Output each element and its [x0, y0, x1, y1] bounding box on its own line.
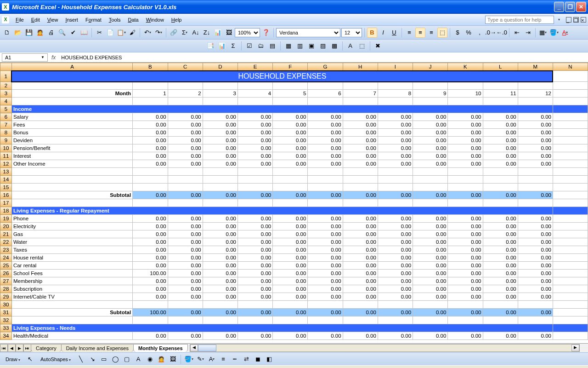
- living1-header[interactable]: Living Expenses - Regular Repayment: [11, 207, 553, 215]
- merge-center-icon[interactable]: ⬚: [437, 28, 447, 38]
- worksheet-area[interactable]: ABCDEFGHIJKLMN1HOUSEHOLD EXPENSES23Month…: [0, 63, 588, 343]
- font-color-icon[interactable]: A: [560, 28, 570, 38]
- row-header-6[interactable]: 6: [0, 113, 12, 121]
- autosum-icon[interactable]: Σ: [180, 28, 190, 38]
- font-color-draw-icon[interactable]: A: [207, 354, 217, 364]
- row-header-2[interactable]: 2: [0, 82, 12, 90]
- spellcheck-icon[interactable]: ✔: [68, 28, 78, 38]
- increase-indent-icon[interactable]: ⇥: [523, 28, 533, 38]
- textbox-icon[interactable]: ▢: [122, 354, 132, 364]
- row-header-29[interactable]: 29: [0, 293, 12, 301]
- list-icon-3[interactable]: Σ: [228, 41, 238, 51]
- list-icon-6[interactable]: ▤: [267, 41, 277, 51]
- list-icon-12[interactable]: A: [345, 41, 356, 51]
- help-icon[interactable]: ❓: [261, 28, 271, 38]
- open-icon[interactable]: 📂: [13, 28, 23, 38]
- living1-row-label[interactable]: Car rental: [11, 262, 132, 270]
- col-header-A[interactable]: A: [11, 63, 132, 71]
- save-icon[interactable]: 💾: [24, 28, 34, 38]
- format-painter-icon[interactable]: 🖌: [127, 28, 137, 38]
- tab-daily[interactable]: Daily Income and Expenses: [61, 344, 134, 352]
- month-cell[interactable]: 10: [448, 90, 483, 98]
- row-header-34[interactable]: 34: [0, 332, 12, 340]
- fill-color-draw-icon[interactable]: 🪣: [184, 354, 194, 364]
- tab-last-icon[interactable]: ⏭: [23, 344, 31, 352]
- decrease-indent-icon[interactable]: ⇤: [512, 28, 522, 38]
- help-search[interactable]: [485, 16, 554, 24]
- row-header-27[interactable]: 27: [0, 277, 12, 285]
- col-header-M[interactable]: M: [518, 63, 553, 71]
- row-header-33[interactable]: 33: [0, 324, 12, 332]
- tab-next-icon[interactable]: ▶: [16, 344, 23, 352]
- col-header-E[interactable]: E: [237, 63, 272, 71]
- dash-style-icon[interactable]: ┅: [230, 354, 240, 364]
- income-row-label[interactable]: Other Income: [11, 160, 132, 168]
- list-icon-14[interactable]: ✖: [373, 41, 383, 51]
- italic-icon[interactable]: I: [378, 28, 388, 38]
- row-header-21[interactable]: 21: [0, 230, 12, 238]
- menu-data[interactable]: Data: [124, 16, 142, 24]
- col-header-L[interactable]: L: [483, 63, 518, 71]
- col-header-H[interactable]: H: [343, 63, 378, 71]
- diagram-icon[interactable]: ◉: [145, 354, 155, 364]
- percent-icon[interactable]: %: [464, 28, 474, 38]
- line-icon[interactable]: ╲: [76, 354, 86, 364]
- copy-icon[interactable]: 📄: [105, 28, 115, 38]
- rectangle-icon[interactable]: ▭: [99, 354, 109, 364]
- doc-restore-button[interactable]: ❐: [573, 17, 579, 23]
- col-header-F[interactable]: F: [273, 63, 308, 71]
- month-cell[interactable]: 9: [413, 90, 448, 98]
- tab-category[interactable]: Category: [31, 344, 62, 352]
- living1-row-label[interactable]: Gas: [11, 230, 132, 238]
- row-header-30[interactable]: 30: [0, 301, 12, 309]
- row-header-12[interactable]: 12: [0, 160, 12, 168]
- decrease-decimal-icon[interactable]: ←.0: [497, 28, 507, 38]
- list-icon-1[interactable]: 📑: [205, 41, 215, 51]
- tab-first-icon[interactable]: ⏮: [0, 344, 8, 352]
- menu-help[interactable]: Help: [168, 16, 186, 24]
- tab-prev-icon[interactable]: ◀: [8, 344, 16, 352]
- row-header-10[interactable]: 10: [0, 144, 12, 152]
- income-header[interactable]: Income: [11, 105, 553, 113]
- sort-asc-icon[interactable]: A↓: [191, 28, 201, 38]
- zoom-select[interactable]: 100%: [235, 28, 260, 37]
- month-cell[interactable]: 3: [203, 90, 237, 98]
- arrow-icon[interactable]: ↘: [87, 354, 97, 364]
- row-header-11[interactable]: 11: [0, 152, 12, 160]
- row-header-26[interactable]: 26: [0, 270, 12, 277]
- row-header-3[interactable]: 3: [0, 90, 12, 98]
- income-row-label[interactable]: Bonus: [11, 129, 132, 137]
- income-row-label[interactable]: Salary: [11, 113, 132, 121]
- living1-row-label[interactable]: Internet/Cable TV: [11, 293, 132, 301]
- comma-icon[interactable]: ,: [475, 28, 485, 38]
- align-right-icon[interactable]: ≡: [426, 28, 436, 38]
- list-icon-2[interactable]: 📊: [217, 41, 227, 51]
- row-header-25[interactable]: 25: [0, 262, 12, 270]
- row-header-19[interactable]: 19: [0, 215, 12, 223]
- borders-icon[interactable]: ▦: [538, 28, 548, 38]
- name-box[interactable]: A1▼: [2, 53, 48, 62]
- bold-icon[interactable]: B: [367, 28, 377, 38]
- undo-icon[interactable]: ↶: [142, 28, 153, 38]
- month-cell[interactable]: 5: [273, 90, 308, 98]
- row-header-4[interactable]: 4: [0, 98, 12, 105]
- row-header-7[interactable]: 7: [0, 121, 12, 129]
- select-objects-icon[interactable]: ↖: [25, 354, 35, 364]
- currency-icon[interactable]: $: [452, 28, 463, 38]
- row-header-17[interactable]: 17: [0, 199, 12, 207]
- font-size-select[interactable]: 12: [341, 28, 362, 37]
- list-icon-9[interactable]: ▣: [306, 41, 317, 51]
- row-header-9[interactable]: 9: [0, 137, 12, 144]
- line-color-icon[interactable]: ✎: [195, 354, 205, 364]
- row-header-22[interactable]: 22: [0, 238, 12, 246]
- list-icon-11[interactable]: ▩: [329, 41, 339, 51]
- doc-close-button[interactable]: ×: [581, 17, 586, 23]
- menu-edit[interactable]: Edit: [28, 16, 44, 24]
- income-row-label[interactable]: Fees: [11, 121, 132, 129]
- list-icon-13[interactable]: ⬚: [357, 41, 367, 51]
- help-input[interactable]: [485, 16, 554, 24]
- row-header-5[interactable]: 5: [0, 105, 12, 113]
- 3d-icon[interactable]: ◧: [264, 354, 274, 364]
- wordart-icon[interactable]: A: [133, 354, 143, 364]
- maximize-button[interactable]: ❐: [565, 2, 575, 12]
